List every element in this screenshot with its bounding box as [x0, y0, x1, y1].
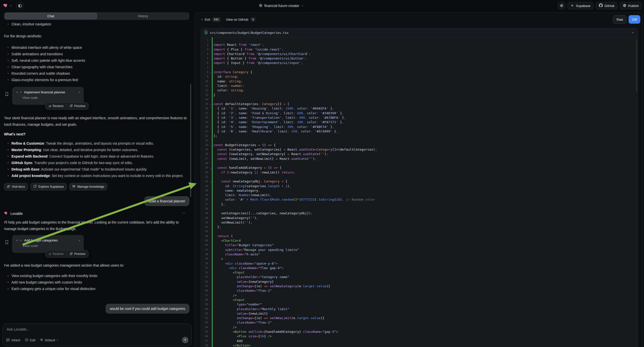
code-token: size [248, 334, 256, 338]
logo-chevron-down-icon[interactable] [10, 4, 12, 8]
message-menu-button[interactable]: ⋯ [182, 211, 186, 215]
visit-docs-button[interactable]: Visit docs [4, 183, 28, 190]
github-button[interactable]: GitHub [596, 2, 618, 10]
code-token: , [293, 125, 297, 129]
restore-button[interactable]: ↺ Restore [48, 104, 64, 108]
code-token: = [258, 143, 260, 147]
diff-toggle-button[interactable]: Diff [628, 15, 640, 24]
code-token: : [246, 116, 250, 120]
bullet-text: Clean, intuitive navigation [12, 21, 51, 28]
explore-supabase-button[interactable]: Explore Supabase [30, 183, 67, 190]
code-line-33: 33 id: String(categories.length + 1), [201, 184, 638, 188]
code-line-15: 15∨const defaultCategories: Category[] =… [201, 102, 638, 106]
code-line-30: 30 if (!newCategory || !newLimit) return… [201, 170, 638, 175]
attach-button[interactable]: Attach [6, 338, 20, 342]
code-token: , [235, 120, 239, 124]
code-token: ; [256, 216, 258, 220]
bullet-text: Clean typography with clear hierarchies [12, 64, 72, 70]
code-editor[interactable]: 12import React from 'react';3import { Pl… [201, 37, 638, 347]
code-token: ( [227, 170, 229, 174]
line-number: 65 [201, 330, 210, 334]
code-line-65: 65 <Button onClick={handleAddCategory} c… [201, 330, 638, 334]
line-number: 48 [201, 252, 210, 257]
code-token: () [266, 166, 274, 170]
send-button[interactable] [182, 337, 188, 343]
line-number: 37 [201, 202, 210, 206]
code-token: <div [225, 262, 235, 265]
code-token: ) [340, 198, 342, 202]
chevron-down-icon [56, 338, 59, 342]
exit-button[interactable]: Exit [205, 18, 210, 22]
code-token: '@/components/ui/input' [256, 61, 301, 65]
sidebar-toggle-button[interactable] [16, 2, 24, 9]
chat-tab-strip: Chat History [4, 12, 190, 20]
supabase-bolt-icon [570, 4, 574, 8]
code-token: 'Healthcare' [250, 130, 274, 133]
code-token: '4' [229, 120, 235, 124]
code-line-64: 64 /> [201, 325, 638, 330]
view-code-link[interactable]: View code [22, 96, 80, 100]
sliders-icon [40, 338, 43, 342]
code-line-43: 43 [201, 229, 638, 234]
code-token: "Manage your spending limits" [242, 248, 299, 252]
code-line-25: 25 const [categories, setCategories] = R… [201, 147, 638, 152]
tab-chat[interactable]: Chat [4, 13, 97, 20]
view-on-github-button[interactable]: View on GitHub [226, 18, 248, 22]
bookmark-icon[interactable] [4, 87, 9, 97]
code-token: from [246, 52, 256, 56]
bullet-item: •Minimalist interface with plenty of whi… [4, 44, 190, 51]
code-token [213, 312, 237, 316]
line-number: 15∨ [201, 102, 210, 106]
file-header-bar[interactable]: src/components/budget/BudgetCategories.t… [201, 28, 638, 37]
code-token: 16 [260, 334, 264, 338]
settings-button[interactable]: ⚙ [558, 2, 565, 10]
tab-history[interactable]: History [97, 13, 189, 20]
code-token: { [213, 130, 221, 133]
code-line-45: 45 <ChartCard [201, 238, 638, 243]
code-token: , [268, 106, 272, 110]
code-token: , [235, 106, 239, 110]
manage-knowledge-button[interactable]: Manage knowledge [69, 183, 107, 190]
model-mode-dropdown[interactable]: Default [40, 338, 59, 342]
version-toolbar-2: ↺ Restore Preview [45, 250, 88, 258]
preview-button[interactable]: Preview [70, 252, 85, 256]
project-switcher[interactable]: financial-future-creator [259, 0, 304, 12]
code-token: <Input [233, 270, 244, 274]
raw-toggle-button[interactable]: Raw [613, 15, 626, 24]
line-number: 12 [201, 88, 210, 92]
code-scrollbar[interactable] [636, 39, 637, 92]
lovable-logo-icon[interactable] [3, 2, 8, 9]
code-token: value [237, 312, 246, 316]
chat-input[interactable]: Ask Lovable... [7, 327, 188, 331]
line-number: 64 [201, 325, 210, 330]
code-token: useState [291, 157, 307, 160]
bullet-dot: • [8, 160, 9, 166]
code-token: '3' [229, 116, 235, 120]
code-token: subtitle [225, 248, 241, 252]
edit-mode-button[interactable]: Edit [25, 338, 35, 342]
view-code-link[interactable]: View code [22, 244, 80, 248]
code-token: . [280, 198, 282, 202]
code-token [213, 248, 225, 252]
line-number: 17 [201, 111, 210, 116]
supabase-button[interactable]: Supabase [567, 2, 594, 10]
code-line-61: 61 value={newLimit} [201, 312, 638, 316]
github-icon [599, 4, 603, 8]
code-token: : [225, 111, 229, 115]
code-token: > [221, 257, 223, 260]
code-token: limit [213, 193, 235, 197]
bookmark-icon[interactable] [4, 235, 9, 246]
code-token: . [295, 316, 297, 320]
code-token: : [246, 106, 250, 110]
publish-button[interactable]: Publish [620, 2, 642, 10]
collapse-chevron-up-icon[interactable] [631, 31, 634, 34]
code-token: Category [233, 70, 250, 74]
code-token: useState [299, 148, 315, 151]
code-token: { [213, 125, 221, 129]
chat-scrollbar[interactable] [190, 84, 191, 197]
next-step-text: Refine & Customize: Tweak the design, an… [12, 140, 154, 146]
code-token: toString [319, 198, 334, 202]
preview-button[interactable]: Preview [70, 104, 85, 108]
restore-button[interactable]: ↺ Restore [48, 252, 64, 256]
line-number: 57 [201, 293, 210, 298]
